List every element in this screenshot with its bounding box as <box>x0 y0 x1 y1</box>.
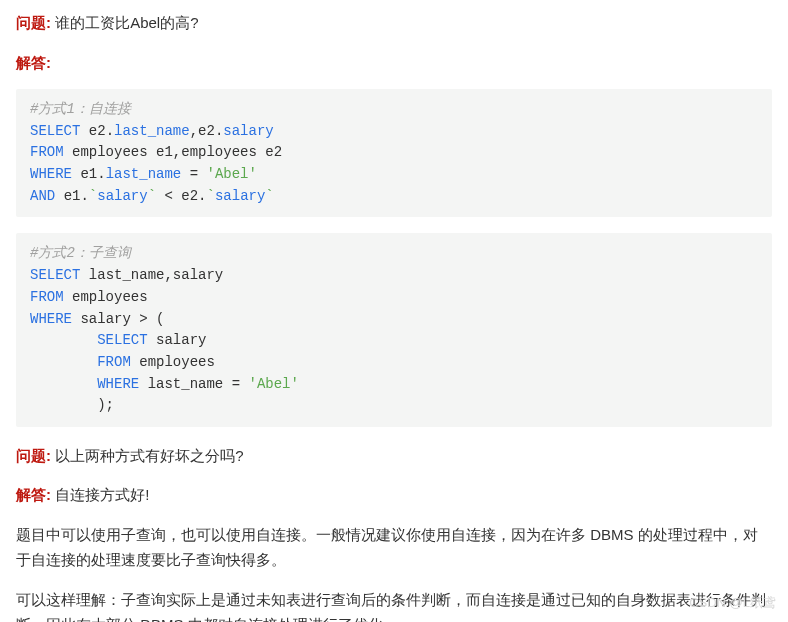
column: last_name <box>148 376 224 392</box>
question-text: 以上两种方式有好坏之分吗? <box>55 447 243 464</box>
table: employees <box>139 354 215 370</box>
alias: e1 <box>80 166 97 182</box>
keyword-from: FROM <box>30 144 64 160</box>
column: salary <box>173 267 223 283</box>
question-text: 谁的工资比Abel的高? <box>55 14 198 31</box>
table: employees <box>72 289 148 305</box>
string-literal: 'Abel' <box>248 376 298 392</box>
column: salary <box>97 188 147 204</box>
keyword-from: FROM <box>97 354 131 370</box>
question-label: 问题: <box>16 447 51 464</box>
answer-2: 解答: 自连接方式好! <box>16 482 772 508</box>
code-comment: #方式2：子查询 <box>30 245 131 261</box>
keyword-select: SELECT <box>30 123 80 139</box>
alias: e1 <box>64 188 81 204</box>
question-2: 问题: 以上两种方式有好坏之分吗? <box>16 443 772 469</box>
column: last_name <box>89 267 165 283</box>
column: last_name <box>106 166 182 182</box>
column: salary <box>223 123 273 139</box>
column: last_name <box>114 123 190 139</box>
column: salary <box>215 188 265 204</box>
answer-label: 解答: <box>16 486 51 503</box>
answer-1-label-line: 解答: <box>16 50 772 76</box>
answer-text: 自连接方式好! <box>55 486 149 503</box>
column: salary <box>80 311 130 327</box>
question-1: 问题: 谁的工资比Abel的高? <box>16 10 772 36</box>
keyword-and: AND <box>30 188 55 204</box>
answer-label: 解答: <box>16 54 51 71</box>
alias: e2 <box>89 123 106 139</box>
question-label: 问题: <box>16 14 51 31</box>
column: salary <box>156 332 206 348</box>
code-comment: #方式1：自连接 <box>30 101 131 117</box>
keyword-from: FROM <box>30 289 64 305</box>
keyword-select: SELECT <box>30 267 80 283</box>
string-literal: 'Abel' <box>206 166 256 182</box>
keyword-where: WHERE <box>30 166 72 182</box>
table: employees e1 <box>72 144 173 160</box>
keyword-select: SELECT <box>97 332 147 348</box>
code-block-2: #方式2：子查询 SELECT last_name,salary FROM em… <box>16 233 772 427</box>
keyword-where: WHERE <box>30 311 72 327</box>
table: employees e2 <box>181 144 282 160</box>
paragraph-2: 可以这样理解：子查询实际上是通过未知表进行查询后的条件判断，而自连接是通过已知的… <box>16 587 772 622</box>
alias: e2 <box>198 123 215 139</box>
code-block-1: #方式1：自连接 SELECT e2.last_name,e2.salary F… <box>16 89 772 217</box>
alias: e2 <box>181 188 198 204</box>
keyword-where: WHERE <box>97 376 139 392</box>
paragraph-1: 题目中可以使用子查询，也可以使用自连接。一般情况建议你使用自连接，因为在许多 D… <box>16 522 772 573</box>
